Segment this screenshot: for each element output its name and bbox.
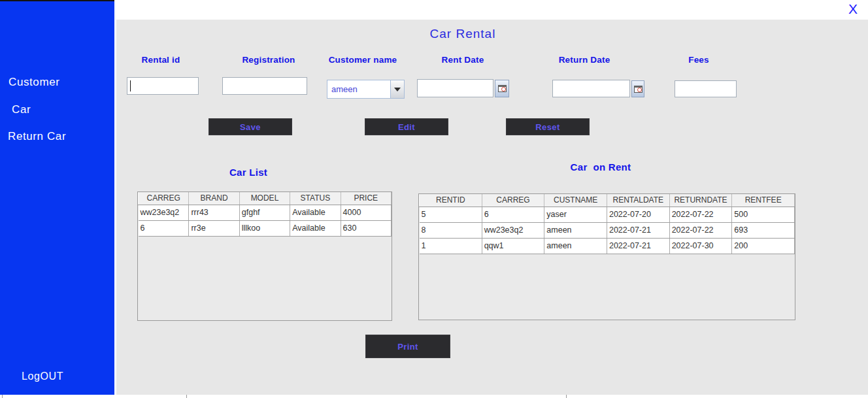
column-header[interactable]: CARREG (139, 192, 189, 205)
table-cell[interactable]: 6 (139, 220, 189, 236)
table-cell[interactable]: 500 (732, 207, 795, 222)
table-cell[interactable]: 2022-07-30 (669, 238, 732, 254)
table-header-row: RENTIDCARREGCUSTNAMERENTALDATERETURNDATE… (420, 194, 795, 207)
window-bottom-edge (0, 395, 868, 398)
table-row[interactable]: ww23e3q2rrr43gfghfAvailable4000 (139, 205, 392, 220)
column-header[interactable]: RENTID (420, 194, 482, 207)
text-caret (130, 80, 131, 91)
table-cell[interactable]: 200 (732, 238, 795, 254)
rental-id-label: Rental id (124, 55, 197, 65)
column-header[interactable]: MODEL (239, 192, 290, 205)
rent-date-label: Rent Date (424, 55, 502, 65)
table-cell[interactable]: 4000 (341, 205, 391, 220)
column-header[interactable]: CARREG (482, 194, 544, 207)
rent-date-picker-button[interactable] (495, 80, 509, 97)
table-cell[interactable]: lllkoo (239, 220, 290, 236)
table-cell[interactable]: rrr43 (189, 205, 239, 220)
customer-name-label: Customer name (324, 55, 402, 65)
table-cell[interactable]: 630 (341, 220, 391, 236)
column-header[interactable]: PRICE (341, 192, 391, 205)
page-title: Car Rental (410, 27, 515, 41)
table-cell[interactable]: Available (290, 205, 341, 220)
combo-dropdown-button[interactable] (390, 80, 404, 98)
table-cell[interactable]: ameen (544, 238, 607, 254)
table-cell[interactable]: ww23e3q2 (482, 222, 544, 238)
table-row[interactable]: 56yaser2022-07-202022-07-22500 (420, 207, 795, 222)
sidebar-item-logout[interactable]: LogOUT (22, 371, 63, 382)
table-row[interactable]: 8ww23e3q2ameen2022-07-212022-07-22693 (420, 222, 795, 238)
reset-button[interactable]: Reset (506, 118, 590, 135)
customer-name-selected-value: ameen (327, 80, 390, 98)
edge-tick (566, 395, 567, 398)
fees-label: Fees (666, 55, 731, 65)
table-cell[interactable]: 2022-07-22 (669, 222, 732, 238)
table-cell[interactable]: 5 (420, 207, 482, 222)
edit-button[interactable]: Edit (365, 118, 448, 135)
table-cell[interactable]: 8 (420, 222, 482, 238)
table-cell[interactable]: 2022-07-21 (607, 238, 669, 254)
return-date-label: Return Date (545, 55, 624, 65)
table-cell[interactable]: 693 (732, 222, 795, 238)
save-button[interactable]: Save (209, 118, 292, 135)
calendar-icon (498, 85, 507, 92)
return-date-picker-button[interactable] (631, 80, 644, 97)
table-cell[interactable]: gfghf (239, 205, 290, 220)
print-button[interactable]: Print (365, 335, 450, 358)
sidebar: Customer Car Return Car LogOUT (0, 0, 114, 395)
car-on-rent-table: RENTIDCARREGCUSTNAMERENTALDATERETURNDATE… (418, 193, 795, 320)
table-cell[interactable]: yaser (544, 207, 607, 222)
column-header[interactable]: STATUS (290, 192, 341, 205)
registration-label: Registration (232, 55, 305, 65)
table-row[interactable]: 6rr3elllkooAvailable630 (139, 220, 392, 236)
sidebar-item-customer[interactable]: Customer (8, 76, 60, 89)
table-cell[interactable]: Available (290, 220, 341, 236)
car-rental-window: Customer Car Return Car LogOUT X Car Ren… (0, 0, 868, 398)
close-icon[interactable]: X (844, 1, 861, 18)
table-cell[interactable]: ww23e3q2 (139, 205, 189, 220)
calendar-icon (634, 86, 643, 93)
car-on-rent-title: Car on Rent (470, 161, 731, 173)
table-cell[interactable]: rr3e (189, 220, 239, 236)
fees-input[interactable] (675, 80, 737, 97)
registration-input[interactable] (222, 77, 307, 95)
column-header[interactable]: RETURNDATE (669, 194, 732, 207)
table-cell[interactable]: 2022-07-21 (607, 222, 669, 238)
table-cell[interactable]: qqw1 (482, 238, 544, 254)
table-cell[interactable]: 2022-07-22 (669, 207, 732, 222)
return-date-input[interactable] (552, 80, 630, 97)
rent-date-input[interactable] (417, 79, 493, 97)
column-header[interactable]: BRAND (189, 192, 239, 205)
table-cell[interactable]: 6 (482, 207, 544, 222)
column-header[interactable]: RENTFEE (732, 194, 795, 207)
sidebar-item-return-car[interactable]: Return Car (8, 130, 66, 143)
car-list-table: CARREGBRANDMODELSTATUSPRICE ww23e3q2rrr4… (137, 191, 392, 321)
table-row[interactable]: 1qqw1ameen2022-07-212022-07-30200 (420, 238, 795, 254)
table-cell[interactable]: ameen (544, 222, 607, 238)
table-cell[interactable]: 2022-07-20 (607, 207, 669, 222)
table-header-row: CARREGBRANDMODELSTATUSPRICE (139, 192, 392, 205)
customer-name-select[interactable]: ameen (327, 80, 405, 99)
table-cell[interactable]: 1 (420, 238, 482, 254)
car-list-title: Car List (118, 167, 379, 178)
column-header[interactable]: RENTALDATE (607, 194, 669, 207)
column-header[interactable]: CUSTNAME (544, 194, 607, 207)
rental-id-input[interactable] (127, 77, 199, 95)
sidebar-item-car[interactable]: Car (12, 103, 31, 116)
edge-tick (186, 395, 187, 398)
edge-tick (2, 395, 3, 398)
chevron-down-icon (394, 88, 401, 91)
